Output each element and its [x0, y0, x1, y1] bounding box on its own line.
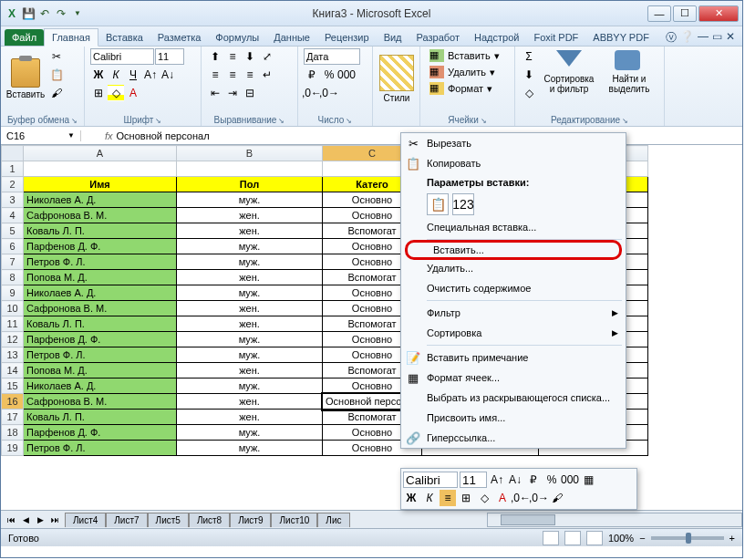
- close-button[interactable]: ✕: [698, 5, 739, 22]
- mini-italic-icon[interactable]: К: [421, 490, 438, 506]
- indent-inc-icon[interactable]: ⇥: [224, 85, 241, 101]
- align-top-icon[interactable]: ⬆: [207, 48, 223, 65]
- tab-review[interactable]: Рецензир: [317, 29, 377, 46]
- underline-icon[interactable]: Ч: [125, 67, 141, 83]
- shrink-font-icon[interactable]: A↓: [160, 67, 176, 83]
- row-header-10[interactable]: 10: [2, 301, 24, 316]
- ctx-cut[interactable]: ✂Вырезать: [401, 133, 626, 153]
- bold-icon[interactable]: Ж: [90, 67, 107, 83]
- percent-icon[interactable]: %: [321, 67, 337, 83]
- fill-icon[interactable]: ⬇: [521, 67, 537, 83]
- row-header-3[interactable]: 3: [2, 192, 24, 208]
- row-header-19[interactable]: 19: [2, 441, 24, 456]
- mini-size-select[interactable]: [460, 472, 487, 488]
- save-icon[interactable]: 💾: [21, 6, 36, 21]
- cell[interactable]: муж.: [177, 379, 323, 394]
- name-box[interactable]: C16▼: [1, 130, 81, 141]
- row-header-4[interactable]: 4: [2, 208, 24, 223]
- tab-data[interactable]: Данные: [266, 29, 317, 46]
- namebox-dropdown-icon[interactable]: ▼: [67, 131, 75, 140]
- mini-decimals-dec-icon[interactable]: ,0→: [531, 490, 547, 506]
- help-icon[interactable]: ❔: [680, 30, 694, 46]
- row-header-2[interactable]: 2: [2, 177, 24, 192]
- paste-button[interactable]: Вставить: [6, 48, 45, 109]
- cell[interactable]: Сафронова В. М.: [24, 301, 177, 316]
- cell[interactable]: муж.: [177, 347, 323, 363]
- cell[interactable]: жен.: [177, 316, 323, 332]
- find-select-button[interactable]: Найти и выделить: [601, 48, 657, 109]
- sort-filter-button[interactable]: Сортировка и фильтр: [541, 48, 597, 109]
- number-format-select[interactable]: [304, 48, 360, 65]
- cell[interactable]: муж.: [177, 192, 323, 208]
- cell[interactable]: жен.: [177, 394, 323, 410]
- select-all-corner[interactable]: [2, 146, 24, 161]
- cell[interactable]: Сафронова В. М.: [24, 394, 177, 410]
- mini-fill-icon[interactable]: ◇: [476, 490, 492, 506]
- zoom-in-icon[interactable]: +: [729, 533, 735, 544]
- tab-formulas[interactable]: Формулы: [208, 29, 266, 46]
- doc-minimize-icon[interactable]: —: [698, 30, 709, 46]
- doc-close-icon[interactable]: ✕: [726, 30, 735, 46]
- sheet-nav-prev-icon[interactable]: ◀: [19, 513, 32, 526]
- cell[interactable]: Николаев А. Д.: [24, 379, 177, 394]
- row-header-17[interactable]: 17: [2, 410, 24, 425]
- row-header-11[interactable]: 11: [2, 316, 24, 332]
- mini-grow-font-icon[interactable]: A↑: [489, 472, 505, 488]
- paste-option-values[interactable]: 123: [452, 193, 474, 215]
- grow-font-icon[interactable]: A↑: [142, 67, 159, 83]
- horizontal-scrollbar[interactable]: [487, 513, 742, 527]
- sheet-tab[interactable]: Лист9: [230, 513, 271, 527]
- orientation-icon[interactable]: ⤢: [259, 48, 275, 65]
- col-header-A[interactable]: A: [24, 146, 177, 161]
- cell[interactable]: жен.: [177, 410, 323, 425]
- mini-percent-icon[interactable]: %: [543, 472, 560, 488]
- increase-decimal-icon[interactable]: ,0←: [304, 85, 320, 101]
- scrollbar-thumb[interactable]: [501, 514, 555, 525]
- ctx-insert[interactable]: Вставить...: [405, 240, 622, 260]
- merge-icon[interactable]: ⊟: [242, 85, 258, 101]
- font-name-select[interactable]: [90, 48, 154, 65]
- cell[interactable]: Парфенов Д. Ф.: [24, 425, 177, 441]
- ctx-dropdown[interactable]: Выбрать из раскрывающегося списка...: [401, 388, 626, 408]
- sheet-tab[interactable]: Лист8: [189, 513, 230, 527]
- cell[interactable]: муж.: [177, 332, 323, 347]
- cell[interactable]: муж.: [177, 441, 323, 456]
- qat-dropdown-icon[interactable]: ▼: [70, 6, 85, 21]
- row-header-16[interactable]: 16: [2, 394, 24, 410]
- row-header-5[interactable]: 5: [2, 223, 24, 239]
- mini-shrink-font-icon[interactable]: A↓: [507, 472, 523, 488]
- view-pagebreak-icon[interactable]: [586, 531, 603, 545]
- tab-view[interactable]: Вид: [377, 29, 409, 46]
- cell[interactable]: Петров Ф. Л.: [24, 254, 177, 270]
- ctx-filter[interactable]: Фильтр▶: [401, 303, 626, 323]
- row-header-15[interactable]: 15: [2, 379, 24, 394]
- cell[interactable]: Сафронова В. М.: [24, 208, 177, 223]
- paste-option-all[interactable]: 📋: [427, 193, 449, 215]
- cell[interactable]: муж.: [177, 239, 323, 254]
- copy-icon[interactable]: 📋: [48, 67, 65, 83]
- sheet-tab[interactable]: Лист10: [271, 513, 317, 527]
- row-header-9[interactable]: 9: [2, 285, 24, 301]
- row-header-6[interactable]: 6: [2, 239, 24, 254]
- wrap-text-icon[interactable]: ↵: [259, 67, 275, 83]
- sheet-nav-next-icon[interactable]: ▶: [34, 513, 47, 526]
- cell[interactable]: Коваль Л. П.: [24, 410, 177, 425]
- tab-developer[interactable]: Разработ: [409, 29, 467, 46]
- minimize-button[interactable]: —: [647, 5, 671, 22]
- sheet-tab[interactable]: Лист4: [65, 513, 106, 527]
- sheet-tab[interactable]: Лис: [317, 513, 349, 527]
- align-middle-icon[interactable]: ≡: [224, 48, 241, 65]
- row-header-14[interactable]: 14: [2, 363, 24, 379]
- italic-icon[interactable]: К: [108, 67, 124, 83]
- cell[interactable]: жен.: [177, 301, 323, 316]
- tab-insert[interactable]: Вставка: [98, 29, 150, 46]
- zoom-out-icon[interactable]: −: [639, 533, 645, 544]
- indent-dec-icon[interactable]: ⇤: [207, 85, 223, 101]
- comma-icon[interactable]: 000: [338, 67, 355, 83]
- sheet-tab[interactable]: Лист7: [106, 513, 147, 527]
- mini-cond-format-icon[interactable]: ▦: [580, 472, 596, 488]
- cell[interactable]: Николаев А. Д.: [24, 192, 177, 208]
- tab-abbyy[interactable]: ABBYY PDF: [585, 29, 657, 46]
- cell[interactable]: Петров Ф. Л.: [24, 347, 177, 363]
- view-layout-icon[interactable]: [564, 531, 581, 545]
